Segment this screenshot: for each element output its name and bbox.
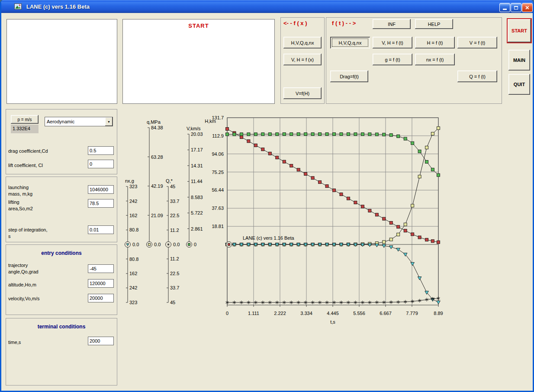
- series-marker-H: [276, 156, 279, 159]
- series-marker-H: [283, 160, 286, 163]
- series-marker-V: [226, 133, 229, 136]
- ft-group-box: [326, 17, 502, 104]
- axis-tick-label: 0.0: [154, 242, 161, 247]
- series-marker-H: [361, 205, 364, 208]
- axis-tick-label: 11.2: [170, 256, 179, 261]
- series-marker-q: [383, 241, 386, 244]
- series-marker-H: [411, 233, 414, 236]
- series-marker-H: [261, 148, 264, 151]
- axis-tick-label: 42.19: [151, 183, 163, 189]
- series-marker-H: [354, 201, 357, 204]
- series-marker-H: [240, 135, 243, 138]
- velocity-label: velocity,Vo,m/s: [8, 296, 40, 302]
- minimize-icon: [503, 9, 507, 10]
- altitude-input[interactable]: [88, 279, 114, 288]
- drag-coefficient-input[interactable]: [88, 146, 114, 155]
- series-marker-H: [437, 241, 440, 244]
- lifting-area-input[interactable]: [88, 199, 114, 208]
- series-marker-V: [431, 168, 434, 171]
- fx-button-vh-fx[interactable]: V, H = f (x): [283, 54, 322, 65]
- series-marker-H: [268, 152, 271, 155]
- series-marker-q: [418, 175, 421, 178]
- series-marker-V: [318, 133, 322, 136]
- series-marker-H: [418, 236, 421, 239]
- series-marker-V: [240, 133, 243, 136]
- series-marker-V: [437, 174, 440, 177]
- series-marker-H: [297, 168, 300, 171]
- axis-tick-label: 11.44: [191, 179, 203, 184]
- axis-tick-label: 33.7: [170, 285, 179, 290]
- maximize-button[interactable]: [511, 3, 521, 12]
- x-tick-label: 6.667: [380, 311, 392, 316]
- ft-button-h-ft[interactable]: H = f (t): [415, 37, 455, 48]
- fx-button-hvqqnx[interactable]: H,V,Q,q,nx: [283, 37, 322, 48]
- minimize-button[interactable]: [499, 3, 510, 12]
- series-marker-H: [333, 189, 336, 192]
- time-input[interactable]: [88, 337, 114, 345]
- series-marker-H: [254, 144, 257, 147]
- lift-coefficient-input[interactable]: [88, 160, 114, 168]
- model-dropdown[interactable]: Aerodynamic ▼: [45, 117, 113, 126]
- series-marker-H: [404, 229, 407, 232]
- series-marker-H: [340, 193, 343, 196]
- axis-tick-label: 21.09: [151, 213, 163, 218]
- x-tick-label: 5.556: [353, 311, 365, 316]
- series-marker-V: [304, 133, 307, 136]
- series-marker-V: [368, 133, 371, 136]
- trajectory-angle-input[interactable]: [88, 264, 114, 273]
- fx-button-vfh[interactable]: V=f(H): [283, 87, 322, 99]
- start-button[interactable]: START: [507, 18, 532, 43]
- p-units-button[interactable]: p = m/s: [11, 115, 39, 124]
- axis-zero-marker-glyph-q: [148, 244, 151, 246]
- lifting-area-label: lifting area,So,m2: [8, 199, 33, 212]
- launching-mass-input[interactable]: [88, 185, 114, 194]
- series-marker-V: [233, 133, 236, 136]
- series-marker-V: [283, 133, 286, 136]
- axis-tick-label: 63.28: [151, 154, 163, 160]
- ft-button-nx-ft[interactable]: nx = f (t): [415, 54, 455, 65]
- axis-tick-label: 22.5: [170, 213, 179, 218]
- series-marker-V: [418, 150, 421, 153]
- series-marker-H: [425, 238, 428, 241]
- axis-tick-label: 20.03: [191, 132, 203, 137]
- ft-button-drag-ft[interactable]: Drag=f(t): [330, 71, 368, 82]
- ft-button-g-ft[interactable]: g = f (t): [373, 54, 412, 65]
- h-axis-tick-label: 94.06: [212, 151, 224, 157]
- entry-conditions-title: entry conditions: [6, 250, 117, 256]
- series-marker-H: [311, 177, 314, 180]
- ft-button-vh-ft[interactable]: V, H = f (t): [373, 37, 412, 48]
- velocity-input[interactable]: [88, 294, 114, 302]
- start-caption: START: [122, 22, 275, 29]
- x-tick-label: 8.89: [434, 311, 443, 316]
- lift-coefficient-label: lift coefficient, Cl: [8, 162, 43, 169]
- axis-tick-label: 80.8: [129, 227, 138, 232]
- quit-button[interactable]: QUIT: [508, 74, 530, 95]
- series-marker-H: [383, 217, 386, 220]
- series-marker-V: [375, 133, 378, 136]
- axis-tick-label: 323: [129, 184, 137, 189]
- ft-button-q-ft[interactable]: Q = f (t): [457, 71, 497, 82]
- app-window: LANE (c) vers 1.16 Beta ✕ START <- - f (…: [0, 0, 534, 392]
- series-marker-q: [411, 204, 414, 207]
- inf-button[interactable]: INF: [373, 19, 411, 29]
- series-marker-H: [247, 140, 250, 143]
- title-bar[interactable]: LANE (c) vers 1.16 Beta ✕: [1, 0, 533, 13]
- series-marker-V: [254, 133, 257, 136]
- output-list-panel: [6, 19, 117, 104]
- ft-button-hvqqnx[interactable]: H,V,Q,q,nx: [330, 37, 370, 48]
- axis-tick-label: 11.2: [170, 228, 179, 233]
- x-axis-label: t,s: [330, 319, 335, 325]
- close-button[interactable]: ✕: [522, 3, 533, 12]
- chevron-down-icon[interactable]: ▼: [105, 117, 113, 126]
- series-marker-q: [425, 146, 428, 149]
- ft-button-v-ft[interactable]: V = f (t): [457, 37, 497, 48]
- h-axis-tick-label: 75.25: [212, 170, 224, 175]
- series-marker-V: [333, 133, 336, 136]
- series-marker-H: [368, 209, 371, 212]
- help-button[interactable]: HELP: [415, 19, 453, 29]
- main-button[interactable]: MAIN: [508, 50, 530, 71]
- start-message-panel: [122, 19, 275, 104]
- window-title: LANE (c) vers 1.16 Beta: [26, 3, 90, 10]
- altitude-label: altitude,Ho,m: [8, 282, 36, 288]
- integration-step-input[interactable]: [88, 225, 114, 234]
